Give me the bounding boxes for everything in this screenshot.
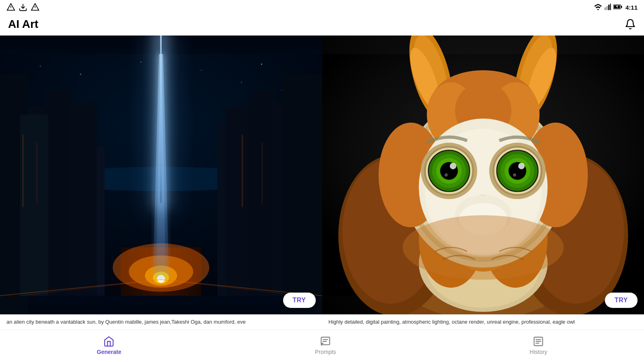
svg-point-114 (450, 163, 456, 169)
svg-rect-10 (608, 4, 609, 10)
list-icon (533, 336, 544, 347)
status-bar-left (6, 3, 40, 12)
svg-point-19 (140, 62, 141, 63)
signal-icon (604, 4, 611, 11)
history-label: History (529, 349, 547, 355)
svg-rect-13 (621, 6, 622, 8)
svg-point-126 (513, 173, 516, 176)
svg-point-17 (40, 66, 41, 67)
content-row: TRY (0, 36, 644, 330)
owl-image-card: TRY (322, 36, 644, 314)
city-image-placeholder (0, 36, 322, 314)
owl-caption-text: Highly detailed, digital painting, atmos… (329, 318, 638, 326)
svg-point-21 (261, 63, 262, 65)
images-row: TRY (0, 36, 644, 314)
status-time: 4:11 (625, 4, 638, 11)
bell-icon[interactable] (625, 19, 636, 30)
svg-rect-59 (282, 74, 322, 314)
svg-point-130 (402, 215, 563, 280)
status-bar: 4:11 (0, 0, 644, 15)
nav-item-history[interactable]: History (513, 333, 563, 358)
app-title: AI Art (8, 18, 38, 31)
main-content: TRY (0, 36, 644, 330)
wifi-icon (594, 4, 602, 11)
svg-rect-54 (225, 107, 254, 296)
city-caption-cell: an alien city beneath a vantablack sun, … (0, 317, 322, 327)
svg-rect-8 (604, 7, 606, 10)
warning-triangle-icon-1 (6, 3, 15, 12)
svg-point-20 (201, 70, 202, 71)
svg-point-18 (80, 73, 81, 75)
app-header: AI Art (0, 15, 644, 36)
svg-rect-63 (242, 135, 243, 207)
warning-triangle-icon-2 (31, 3, 40, 12)
nav-item-generate[interactable]: Generate (81, 333, 138, 358)
prompts-label: Prompts (315, 349, 336, 355)
svg-rect-11 (610, 4, 611, 10)
svg-point-7 (597, 9, 598, 10)
svg-rect-62 (36, 143, 38, 203)
nav-item-prompts[interactable]: Prompts (299, 333, 352, 358)
svg-rect-60 (20, 115, 48, 296)
svg-rect-61 (22, 135, 24, 207)
download-icon (19, 3, 27, 12)
status-bar-right: 4:11 (594, 4, 638, 11)
owl-image-placeholder (322, 36, 644, 314)
svg-point-26 (241, 82, 242, 83)
city-caption-text: an alien city beneath a vantablack sun, … (6, 318, 316, 326)
svg-rect-64 (262, 143, 263, 203)
svg-rect-9 (606, 6, 608, 10)
battery-icon (613, 4, 622, 10)
captions-row: an alien city beneath a vantablack sun, … (0, 314, 644, 330)
owl-try-button[interactable]: TRY (605, 293, 638, 308)
svg-point-115 (444, 173, 448, 176)
city-image-card: TRY (0, 36, 322, 314)
svg-rect-53 (67, 103, 97, 296)
city-try-button[interactable]: TRY (283, 293, 316, 308)
home-icon (103, 336, 115, 347)
svg-point-125 (518, 163, 525, 169)
message-square-icon (320, 336, 331, 347)
bottom-nav: Generate Prompts History (0, 330, 644, 362)
generate-label: Generate (97, 349, 121, 355)
owl-caption-cell: Highly detailed, digital painting, atmos… (322, 317, 644, 327)
